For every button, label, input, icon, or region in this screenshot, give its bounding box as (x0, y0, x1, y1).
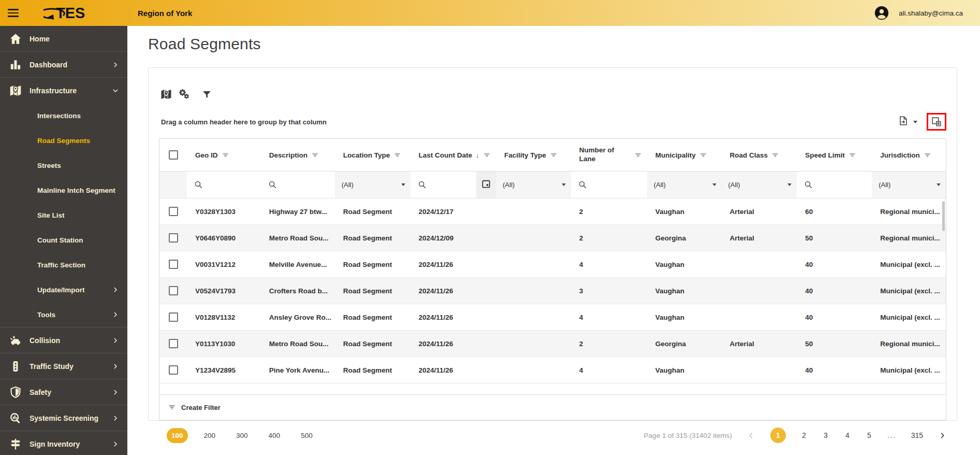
row-checkbox[interactable] (169, 286, 178, 295)
export-button[interactable] (898, 115, 917, 129)
sidebar-item-intersections[interactable]: Intersections (0, 103, 127, 128)
map-view-button[interactable] (159, 89, 173, 102)
page-button-3[interactable]: 3 (822, 431, 829, 439)
sidebar-item-update-import[interactable]: Update/Import (0, 277, 127, 302)
sidebar-item-road-segments[interactable]: Road Segments (0, 128, 127, 153)
page-button-1[interactable]: 1 (770, 428, 786, 443)
column-header-geo_id[interactable]: Geo ID (187, 139, 261, 171)
column-header-location_type[interactable]: Location Type (335, 139, 411, 171)
sidebar-item-collision[interactable]: Collision (0, 328, 127, 353)
page-button-5[interactable]: 5 (866, 431, 873, 439)
filter-select-municipality[interactable]: (All) (647, 172, 722, 198)
column-header-facility_type[interactable]: Facility Type (496, 139, 571, 171)
page-size-300[interactable]: 300 (231, 428, 253, 443)
sidebar-item-count-station[interactable]: Count Station (0, 228, 127, 252)
header-filter-icon[interactable] (849, 151, 856, 159)
filter-select-road_class[interactable]: (All) (722, 172, 797, 198)
page-size-400[interactable]: 400 (264, 428, 285, 443)
user-avatar-icon[interactable] (874, 5, 889, 21)
column-header-municipality[interactable]: Municipality (647, 139, 722, 171)
sidebar-item-site-list[interactable]: Site List (0, 203, 127, 228)
header-filter-icon[interactable] (483, 151, 491, 159)
filter-date-last_count_date[interactable] (411, 172, 496, 198)
dropdown-caret-icon[interactable] (787, 183, 792, 186)
header-filter-icon[interactable] (222, 151, 229, 159)
table-row[interactable]: Y1234V2895Pine York Avenu...Road Segment… (159, 357, 946, 383)
table-row[interactable]: Y0646Y0890Metro Road Sou...Road Segment2… (159, 225, 946, 251)
dropdown-caret-icon[interactable] (401, 183, 405, 186)
column-header-number_of_lane[interactable]: Number of Lane (571, 139, 647, 171)
cell-geo_id: Y0646Y0890 (187, 234, 261, 242)
sidebar-item-traffic-study[interactable]: Traffic Study (0, 353, 127, 379)
export-dropdown-caret-icon[interactable] (913, 121, 917, 123)
sidebar-item-home[interactable]: Home (0, 26, 127, 51)
select-all-checkbox[interactable] (169, 150, 178, 160)
sidebar-item-traffic-section[interactable]: Traffic Section (0, 252, 127, 277)
dropdown-caret-icon[interactable] (937, 183, 941, 186)
filter-select-location_type[interactable]: (All) (335, 172, 411, 198)
header-filter-icon[interactable] (634, 151, 642, 159)
previous-page-button[interactable] (747, 431, 756, 440)
table-row[interactable]: V0128V1132Ansley Grove Ro...Road Segment… (159, 304, 946, 331)
column-header-last_count_date[interactable]: Last Count Date↓ (411, 139, 496, 171)
table-row[interactable]: V0031V1212Melville Avenue...Road Segment… (159, 251, 946, 278)
header-filter-icon[interactable] (771, 151, 779, 159)
page-button-4[interactable]: 4 (844, 431, 851, 439)
page-size-200[interactable]: 200 (199, 428, 221, 443)
column-header-description[interactable]: Description (261, 139, 335, 171)
column-header-road_class[interactable]: Road Class (722, 139, 797, 171)
column-header-speed_limit[interactable]: Speed Limit (797, 139, 872, 171)
dropdown-caret-icon[interactable] (562, 183, 566, 186)
filter-search-number_of_lane[interactable] (571, 172, 647, 198)
next-page-button[interactable] (938, 431, 947, 440)
calendar-icon (481, 179, 491, 191)
page-button-315[interactable]: 315 (911, 431, 923, 439)
header-filter-icon[interactable] (924, 151, 931, 159)
create-filter-button[interactable]: Create Filter (159, 394, 946, 420)
header-filter-icon[interactable] (550, 151, 558, 159)
column-chooser-button[interactable] (931, 116, 942, 127)
table-row[interactable]: V0524V1793Crofters Road b...Road Segment… (159, 278, 946, 304)
table-row[interactable]: Y0113Y1030Metro Road Sou...Road Segment2… (159, 331, 946, 357)
table-row[interactable]: Y0328Y1303Highway 27 btw...Road Segment2… (159, 198, 946, 225)
sidebar-item-streets[interactable]: Streets (0, 153, 127, 178)
row-checkbox[interactable] (169, 339, 178, 348)
hamburger-menu-button[interactable] (0, 0, 26, 26)
screening-icon (9, 411, 22, 425)
filter-button[interactable] (199, 89, 214, 102)
filter-select-jurisdiction[interactable]: (All) (872, 172, 946, 198)
row-checkbox[interactable] (169, 312, 178, 322)
filter-search-speed_limit[interactable] (797, 172, 872, 198)
group-panel: Drag a column header here to group by th… (159, 112, 946, 131)
column-header-jurisdiction[interactable]: Jurisdiction (872, 139, 946, 171)
dropdown-caret-icon[interactable] (712, 183, 716, 186)
filter-search-description[interactable] (261, 172, 335, 198)
sidebar-item-systemic-screening[interactable]: Systemic Screening (0, 405, 127, 431)
account-button[interactable]: ali.shalaby@cima.ca (874, 5, 980, 21)
row-checkbox[interactable] (169, 233, 178, 243)
chevron-right-icon (112, 363, 119, 370)
row-checkbox[interactable] (169, 260, 178, 269)
header-filter-icon[interactable] (393, 151, 401, 159)
row-checkbox[interactable] (169, 207, 178, 216)
chevron-right-icon (112, 286, 119, 293)
sidebar-subitem-label: Update/Import (37, 286, 85, 294)
header-filter-icon[interactable] (311, 151, 319, 159)
calendar-button[interactable] (476, 172, 496, 198)
column-header-label: Location Type (343, 151, 390, 159)
header-filter-icon[interactable] (699, 151, 707, 159)
sidebar-item-sign-inventory[interactable]: Sign Inventory (0, 431, 127, 455)
vertical-scrollbar-thumb[interactable] (942, 201, 945, 231)
sidebar-item-dashboard[interactable]: Dashboard (0, 52, 127, 77)
sidebar-item-mainline-intch-segment[interactable]: Mainline Intch Segment (0, 178, 127, 203)
filter-select-facility_type[interactable]: (All) (496, 172, 571, 198)
page-button-2[interactable]: 2 (800, 431, 808, 439)
page-size-500[interactable]: 500 (296, 428, 317, 443)
sidebar-item-infrastructure[interactable]: Infrastructure (0, 78, 127, 103)
settings-gears-button[interactable] (177, 89, 191, 102)
sidebar-item-tools[interactable]: Tools (0, 302, 127, 327)
sidebar-item-safety[interactable]: Safety (0, 379, 127, 405)
row-checkbox[interactable] (169, 365, 178, 375)
filter-search-geo_id[interactable] (187, 172, 261, 198)
page-size-100[interactable]: 100 (167, 428, 188, 443)
